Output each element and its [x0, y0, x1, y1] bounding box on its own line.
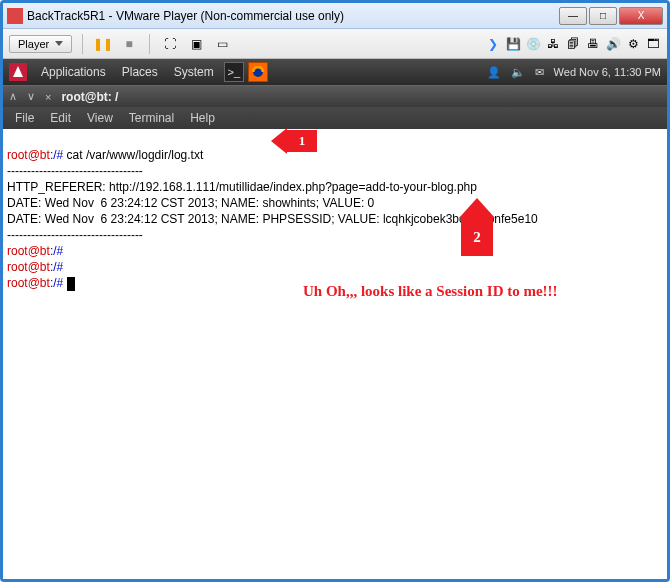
vmware-toolbar: Player ❚❚ ■ ⛶ ▣ ▭ ❯ 💾 💿 🖧 🗐 🖶 🔊 ⚙ 🗔: [3, 29, 667, 59]
separator: [149, 34, 150, 54]
pause-vm-icon[interactable]: ❚❚: [93, 34, 113, 54]
tray-cd-icon[interactable]: 💿: [525, 36, 541, 52]
annotation-caption: Uh Oh,,, looks like a Session ID to me!!…: [303, 283, 558, 300]
close-button[interactable]: X: [619, 7, 663, 25]
terminal-window-titlebar: ∧ ∨ × root@bt: /: [3, 85, 667, 107]
menu-terminal[interactable]: Terminal: [123, 111, 180, 125]
chevron-down-icon: [55, 41, 63, 46]
menu-file[interactable]: File: [9, 111, 40, 125]
gnome-panel: Applications Places System >_ 👤 🔈 ✉ Wed …: [3, 59, 667, 85]
tray-sound-icon[interactable]: 🔊: [605, 36, 621, 52]
prompt-path: :/#: [50, 148, 67, 162]
terminal-menubar: File Edit View Terminal Help: [3, 107, 667, 129]
terminal-title: root@bt: /: [61, 90, 118, 104]
prompt-path: :/#: [50, 244, 67, 258]
tray-stack-icon[interactable]: 🗐: [565, 36, 581, 52]
output-line-referer: HTTP_REFERER: http://192.168.1.111/mutil…: [7, 180, 477, 194]
tray-net-icon[interactable]: 🖧: [545, 36, 561, 52]
applications-menu[interactable]: Applications: [33, 65, 114, 79]
prompt-user-host: root@bt: [7, 148, 50, 162]
stop-vm-icon[interactable]: ■: [119, 34, 139, 54]
menu-view[interactable]: View: [81, 111, 119, 125]
present-icon[interactable]: ▭: [212, 34, 232, 54]
window-menu-icon[interactable]: ∨: [27, 90, 35, 103]
cmd-line-1: cat /var/www/logdir/log.txt: [67, 148, 204, 162]
menu-edit[interactable]: Edit: [44, 111, 77, 125]
player-menu-button[interactable]: Player: [9, 35, 72, 53]
terminal-body[interactable]: root@bt:/# cat /var/www/logdir/log.txt -…: [3, 129, 667, 579]
output-line-phpsessid: DATE: Wed Nov 6 23:24:12 CST 2013; NAME:…: [7, 212, 538, 226]
window-title: BackTrack5R1 - VMware Player (Non-commer…: [27, 9, 559, 23]
terminal-launcher-icon[interactable]: >_: [224, 62, 244, 82]
maximize-button[interactable]: □: [589, 7, 617, 25]
system-menu[interactable]: System: [166, 65, 222, 79]
prompt-path: :/#: [50, 276, 67, 290]
prompt-user-host: root@bt: [7, 244, 50, 258]
output-divider: ----------------------------------: [7, 164, 143, 178]
menu-help[interactable]: Help: [184, 111, 221, 125]
prompt-user-host: root@bt: [7, 276, 50, 290]
output-divider: ----------------------------------: [7, 228, 143, 242]
output-line-showhints: DATE: Wed Nov 6 23:24:12 CST 2013; NAME:…: [7, 196, 374, 210]
tray-tools-icon[interactable]: 🗔: [645, 36, 661, 52]
window-menu-icon[interactable]: ∧: [9, 90, 17, 103]
unity-icon[interactable]: ▣: [186, 34, 206, 54]
tray-arrow-icon[interactable]: ❯: [485, 36, 501, 52]
vmware-window-titlebar: BackTrack5R1 - VMware Player (Non-commer…: [3, 3, 667, 29]
vmware-app-icon: [7, 8, 23, 24]
user-indicator-icon[interactable]: 👤: [487, 66, 501, 79]
places-menu[interactable]: Places: [114, 65, 166, 79]
close-icon[interactable]: ×: [45, 91, 51, 103]
prompt-path: :/#: [50, 260, 67, 274]
player-menu-label: Player: [18, 38, 49, 50]
minimize-button[interactable]: —: [559, 7, 587, 25]
cursor: [67, 277, 75, 291]
tray-disk-icon[interactable]: 💾: [505, 36, 521, 52]
sound-indicator-icon[interactable]: 🔈: [511, 66, 525, 79]
clock-indicator[interactable]: Wed Nov 6, 11:30 PM: [554, 66, 661, 78]
firefox-launcher-icon[interactable]: [248, 62, 268, 82]
fullscreen-icon[interactable]: ⛶: [160, 34, 180, 54]
prompt-user-host: root@bt: [7, 260, 50, 274]
distro-logo-icon[interactable]: [9, 63, 27, 81]
mail-indicator-icon[interactable]: ✉: [535, 66, 544, 79]
separator: [82, 34, 83, 54]
tray-printer-icon[interactable]: 🖶: [585, 36, 601, 52]
tray-usb-icon[interactable]: ⚙: [625, 36, 641, 52]
